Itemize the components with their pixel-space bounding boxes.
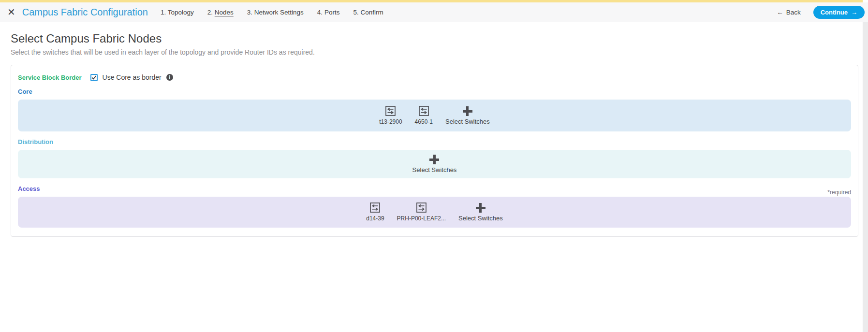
switch-icon [419, 106, 429, 116]
step-label: Topology [168, 9, 194, 16]
core-select-switches-button[interactable]: Select Switches [445, 106, 490, 125]
access-select-switches-button[interactable]: Select Switches [458, 203, 503, 222]
switch-name: t13-2900 [379, 118, 402, 125]
switch-name: PRH-P00-LEAF2... [397, 215, 446, 222]
switch-icon [370, 202, 380, 213]
plus-icon [429, 155, 439, 164]
select-switches-label: Select Switches [458, 215, 503, 222]
wizard-header: ✕ Campus Fabric Configuration 1. Topolog… [0, 2, 868, 22]
access-header-row: Access *required [18, 178, 851, 197]
required-note: *required [827, 189, 851, 196]
access-band-content: d14-39 PRH-P00-LEAF2... Select Switches [366, 202, 503, 222]
switch-node[interactable]: PRH-P00-LEAF2... [397, 202, 446, 222]
distribution-band: Select Switches [18, 150, 851, 178]
distribution-select-switches-button[interactable]: Select Switches [412, 155, 457, 173]
vertical-scrollbar[interactable] [863, 22, 868, 332]
switch-name: 4650-1 [415, 118, 433, 125]
select-switches-label: Select Switches [445, 118, 490, 125]
access-band: d14-39 PRH-P00-LEAF2... Select Switches [18, 197, 851, 228]
switch-icon [416, 202, 427, 213]
continue-label: Continue [821, 9, 848, 16]
header-actions: ←Back Continue→ [777, 6, 865, 19]
plus-icon [463, 106, 472, 116]
switch-node[interactable]: d14-39 [366, 202, 384, 222]
main-content: Select Campus Fabric Nodes Select the sw… [0, 32, 868, 237]
back-arrow-icon: ← [777, 9, 783, 16]
core-band-content: t13-2900 4650-1 Select Switches [379, 106, 490, 125]
service-block-border-row: Service Block Border Use Core as border … [18, 73, 851, 81]
switch-icon [385, 106, 396, 116]
fabric-nodes-card: Service Block Border Use Core as border … [11, 65, 858, 237]
service-block-border-label: Service Block Border [18, 74, 82, 81]
switch-node[interactable]: t13-2900 [379, 106, 402, 125]
step-prefix: 4. [317, 9, 323, 16]
step-label: Confirm [360, 9, 383, 16]
step-nodes[interactable]: 2. Nodes [207, 9, 234, 16]
step-label-active: Nodes [215, 9, 234, 16]
step-prefix: 5. [353, 9, 358, 16]
step-ports[interactable]: 4. Ports [317, 9, 340, 16]
step-prefix: 3. [247, 9, 252, 16]
continue-button[interactable]: Continue→ [813, 6, 865, 19]
back-button[interactable]: ←Back [777, 9, 801, 16]
page-subtitle: Select the switches that will be used in… [11, 48, 868, 56]
access-layer-label: Access [18, 185, 40, 192]
step-prefix: 2. [207, 9, 213, 16]
core-band: t13-2900 4650-1 Select Switches [18, 100, 851, 131]
use-core-as-border-checkbox[interactable] [90, 74, 98, 81]
wizard-title: Campus Fabric Configuration [22, 7, 148, 18]
step-confirm[interactable]: 5. Confirm [353, 9, 383, 16]
plus-icon [476, 203, 485, 213]
step-network-settings[interactable]: 3. Network Settings [247, 9, 304, 16]
select-switches-label: Select Switches [412, 166, 457, 173]
step-topology[interactable]: 1. Topology [161, 9, 194, 16]
info-icon[interactable]: i [166, 74, 173, 81]
wizard-steps: 1. Topology 2. Nodes 3. Network Settings… [161, 9, 383, 16]
back-label: Back [786, 9, 801, 16]
page-title: Select Campus Fabric Nodes [11, 32, 868, 45]
step-label: Network Settings [254, 9, 304, 16]
switch-node[interactable]: 4650-1 [415, 106, 433, 125]
close-icon[interactable]: ✕ [7, 7, 15, 17]
step-prefix: 1. [161, 9, 166, 16]
core-layer-label: Core [18, 88, 851, 95]
distribution-band-content: Select Switches [412, 155, 457, 173]
switch-name: d14-39 [366, 215, 384, 222]
continue-arrow-icon: → [851, 9, 857, 16]
use-core-as-border-label: Use Core as border [103, 73, 162, 81]
distribution-layer-label: Distribution [18, 138, 851, 145]
step-label: Ports [324, 9, 340, 16]
checkmark-icon [91, 75, 97, 80]
